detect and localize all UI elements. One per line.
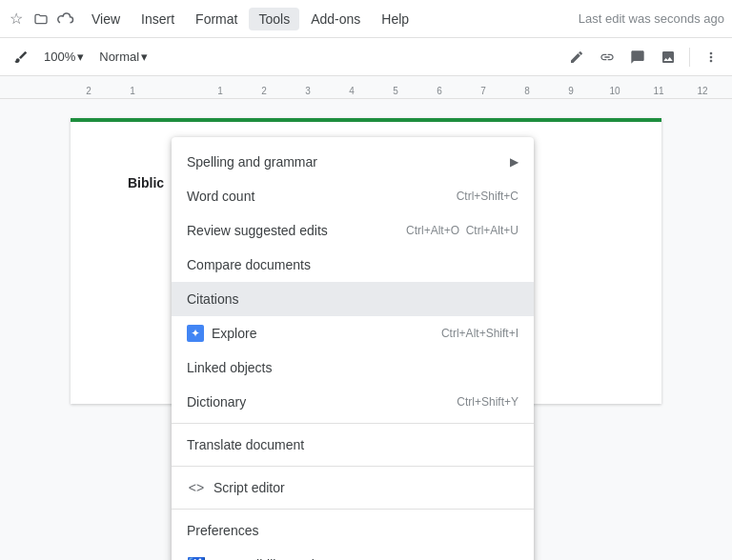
doc-area: Biblic Spelling and grammar ▶ Word count…: [0, 99, 732, 404]
last-edit-text: Last edit was seconds ago: [579, 11, 724, 26]
ruler-num: 4: [330, 86, 374, 96]
explore-icon: ✦: [187, 325, 204, 342]
biblio-heading: Biblic: [128, 175, 164, 190]
ruler-num: 3: [286, 86, 330, 96]
toolbar-image-icon[interactable]: [655, 44, 681, 70]
review-shortcut: Ctrl+Alt+O Ctrl+Alt+U: [406, 224, 518, 237]
toolbar-pen-icon[interactable]: [563, 44, 590, 70]
toolbar-more-icon[interactable]: [698, 44, 724, 70]
code-icon: <>: [187, 478, 206, 497]
script-editor-label: Script editor: [214, 480, 518, 495]
separator-2: [172, 466, 534, 467]
accessibility-icon: ♿: [187, 555, 206, 560]
menu-word-count[interactable]: Word count Ctrl+Shift+C: [172, 179, 534, 213]
compare-label: Compare documents: [187, 257, 518, 272]
menu-item-help[interactable]: Help: [372, 8, 418, 30]
title-bar-icons: ☆: [8, 10, 74, 28]
ruler-num: 11: [637, 86, 681, 96]
ruler-num: 12: [681, 86, 724, 96]
folder-icon[interactable]: [32, 10, 50, 28]
toolbar-style[interactable]: Normal ▾: [93, 46, 153, 68]
ruler-num: 2: [242, 86, 286, 96]
menu-accessibility[interactable]: ♿ Accessibility settings: [172, 548, 534, 560]
preferences-label: Preferences: [187, 523, 518, 538]
ruler-num: 1: [198, 86, 242, 96]
ruler-num: 8: [505, 86, 549, 96]
menu-linked-objects[interactable]: Linked objects: [172, 350, 534, 385]
ruler-num: 2: [67, 86, 111, 96]
toolbar-zoom[interactable]: 100% ▾: [38, 46, 90, 68]
menu-item-addons[interactable]: Add-ons: [301, 8, 370, 30]
separator-1: [172, 423, 534, 424]
spelling-label: Spelling and grammar: [187, 154, 510, 170]
menu-spelling[interactable]: Spelling and grammar ▶: [172, 145, 534, 179]
menu-preferences[interactable]: Preferences: [172, 513, 534, 548]
menu-bar: ☆ View Insert Format Tools Add-ons Help …: [0, 0, 732, 38]
menu-items: View Insert Format Tools Add-ons Help: [82, 8, 418, 30]
ruler: 2 1 1 2 3 4 5 6 7 8 9 10 11 12 13 14: [0, 76, 732, 99]
menu-citations[interactable]: Citations: [172, 282, 534, 316]
toolbar-comment-icon[interactable]: [624, 44, 651, 70]
cloud-icon[interactable]: [57, 10, 74, 28]
toolbar: 100% ▾ Normal ▾: [0, 38, 732, 76]
dictionary-label: Dictionary: [187, 394, 457, 410]
menu-compare[interactable]: Compare documents: [172, 248, 534, 282]
menu-item-view[interactable]: View: [82, 8, 130, 30]
citations-label: Citations: [187, 291, 518, 307]
explore-shortcut: Ctrl+Alt+Shift+I: [441, 327, 518, 340]
menu-review[interactable]: Review suggested edits Ctrl+Alt+O Ctrl+A…: [172, 213, 534, 248]
explore-label: Explore: [212, 326, 441, 341]
ruler-num: 13: [724, 86, 732, 96]
ruler-num: 6: [417, 86, 461, 96]
ruler-num: 10: [593, 86, 637, 96]
toolbar-link-icon[interactable]: [594, 44, 620, 70]
spelling-arrow: ▶: [510, 155, 518, 169]
word-count-label: Word count: [187, 189, 457, 204]
menu-script-editor[interactable]: <> Script editor: [172, 470, 534, 505]
toolbar-right: [563, 44, 724, 70]
word-count-shortcut: Ctrl+Shift+C: [457, 190, 518, 203]
tools-dropdown: Spelling and grammar ▶ Word count Ctrl+S…: [172, 137, 534, 560]
star-icon[interactable]: ☆: [8, 10, 25, 28]
ruler-numbers: 2 1 1 2 3 4 5 6 7 8 9 10 11 12 13 14: [0, 76, 732, 98]
menu-explore[interactable]: ✦ Explore Ctrl+Alt+Shift+I: [172, 316, 534, 350]
ruler-num: 9: [549, 86, 593, 96]
menu-translate[interactable]: Translate document: [172, 428, 534, 462]
review-label: Review suggested edits: [187, 223, 406, 238]
ruler-num: 1: [111, 86, 154, 96]
menu-item-insert[interactable]: Insert: [132, 8, 184, 30]
toolbar-paint-format[interactable]: [8, 46, 34, 69]
dictionary-shortcut: Ctrl+Shift+Y: [457, 395, 518, 409]
menu-item-tools[interactable]: Tools: [249, 8, 299, 30]
ruler-num: 7: [461, 86, 505, 96]
green-line: [71, 118, 661, 122]
menu-item-format[interactable]: Format: [186, 8, 247, 30]
linked-objects-label: Linked objects: [187, 360, 518, 375]
ruler-num: 5: [374, 86, 417, 96]
separator-3: [172, 509, 534, 510]
menu-dictionary[interactable]: Dictionary Ctrl+Shift+Y: [172, 385, 534, 419]
translate-label: Translate document: [187, 437, 518, 452]
toolbar-separator: [689, 48, 690, 67]
